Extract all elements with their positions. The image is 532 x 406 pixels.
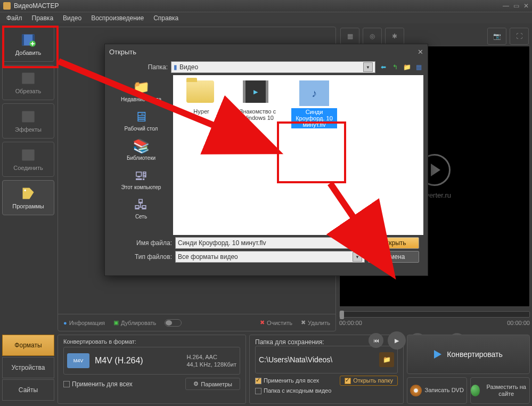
format-audio: 44,1 KHz, 128Кбит (186, 361, 236, 368)
dialog-cancel-button[interactable]: Отмена (368, 251, 419, 263)
sidebar-label: Программы (12, 203, 44, 209)
timeline-handle[interactable] (340, 311, 344, 319)
format-badge: M4V (67, 353, 89, 368)
sidebar-label: Эффекты (15, 126, 42, 133)
svg-rect-6 (22, 150, 34, 161)
nav-up-icon[interactable]: ↰ (390, 62, 400, 72)
browse-folder-button[interactable]: 📁 (379, 352, 394, 367)
folder-label: Папка: (109, 63, 168, 71)
preview-btn-2[interactable]: ◎ (363, 28, 382, 45)
menu-video[interactable]: Видео (59, 13, 86, 23)
files-area[interactable]: Hyper ▶ Знакомство с Windows 10 Синди Кр… (173, 75, 423, 235)
chevron-down-icon: ▼ (353, 252, 362, 262)
svg-rect-4 (22, 73, 34, 84)
svg-point-7 (24, 189, 26, 191)
format-codec: H.264, AAC (186, 353, 236, 361)
toggle-switch[interactable] (165, 319, 182, 327)
place-recent[interactable]: 📁Недавние места (111, 77, 171, 107)
place-libraries[interactable]: 📚Библиотеки (111, 136, 171, 165)
film-join-icon (21, 148, 36, 163)
place-computer[interactable]: 🖳Этот компьютер (111, 165, 171, 194)
sidebar-item-programs[interactable]: Программы (2, 180, 54, 215)
file-item-video[interactable]: ▶ Знакомство с Windows 10 (235, 80, 281, 121)
menu-playback[interactable]: Воспроизведение (87, 13, 148, 23)
svg-rect-1 (22, 35, 24, 46)
preview-btn-1[interactable]: ▦ (340, 28, 359, 45)
minimize-button[interactable]: — (503, 2, 509, 10)
format-box: Конвертировать в формат: M4V M4V (H.264)… (58, 335, 246, 404)
menu-edit[interactable]: Правка (28, 13, 58, 23)
arrow-icon (434, 350, 441, 359)
filename-label: Имя файла: (113, 239, 172, 247)
preview-btn-camera[interactable]: 📷 (487, 28, 506, 45)
video-file-icon (299, 80, 329, 106)
close-button[interactable]: ✕ (523, 2, 529, 10)
delete-button[interactable]: ✖Удалить (301, 319, 330, 326)
film-add-icon (21, 33, 36, 47)
tab-devices[interactable]: Устройства (2, 357, 54, 378)
chevron-down-icon: ▼ (363, 62, 373, 72)
info-button[interactable]: ●Информация (63, 320, 105, 326)
sidebar-label: Обрезать (15, 88, 42, 94)
burn-dvd-button[interactable]: Записать DVD (407, 377, 467, 404)
chevron-down-icon: ▼ (353, 238, 362, 248)
folder-header: Папка для сохранения: (255, 338, 398, 346)
duplicate-button[interactable]: ▣Дублировать (113, 319, 156, 326)
sidebar-item-add[interactable]: Добавить (2, 27, 54, 62)
content-toolbar: ●Информация ▣Дублировать ✖Очистить ✖Удал… (58, 314, 335, 331)
globe-icon (471, 385, 480, 396)
apply-all-checkbox[interactable]: Применить для всех (63, 380, 133, 388)
apply-all-folder-checkbox[interactable]: Применить для всех (255, 377, 319, 384)
place-desktop[interactable]: 🖥Рабочий стол (111, 107, 171, 136)
nav-newfolder-icon[interactable]: 📁 (402, 62, 412, 72)
format-selector[interactable]: M4V M4V (H.264) H.264, AAC 44,1 KHz, 128… (63, 347, 240, 375)
film-cut-icon (21, 71, 36, 86)
time-end: 00:00:00 (507, 320, 530, 326)
file-item-selected[interactable]: Синди Кроуфорд. 10 минут.flv (291, 80, 337, 128)
tab-formats[interactable]: Форматы (2, 335, 54, 356)
menu-file[interactable]: Файл (2, 13, 27, 23)
dialog-close-button[interactable]: ✕ (418, 48, 423, 56)
menubar: Файл Правка Видео Воспроизведение Справк… (0, 12, 532, 23)
disc-icon (410, 385, 422, 396)
timeline: 00:00:00 00:00:00 (339, 311, 530, 326)
preview-btn-3[interactable]: ✱ (385, 28, 404, 45)
publish-button[interactable]: Разместить на сайте (470, 377, 530, 404)
folder-box: Папка для сохранения: C:\Users\Nata\Vide… (249, 335, 404, 404)
convert-button[interactable]: Конвертировать (407, 335, 530, 374)
output-path: C:\Users\Nata\Videos\ (259, 355, 377, 364)
file-item-folder[interactable]: Hyper (178, 80, 224, 115)
sidebar-label: Добавить (15, 50, 42, 56)
timeline-bar[interactable] (339, 311, 530, 318)
menu-help[interactable]: Справка (149, 13, 183, 23)
filename-input[interactable]: Синди Кроуфорд. 10 минут.flv▼ (175, 237, 365, 249)
open-folder-button[interactable]: Открыть папку (340, 376, 398, 386)
preview-btn-fullscreen[interactable]: ⛶ (510, 28, 529, 45)
place-network[interactable]: 🖧Сеть (111, 194, 171, 224)
app-title: ВидеоМАСТЕР (14, 2, 503, 10)
filetype-select[interactable]: Все форматы видео▼ (175, 251, 365, 263)
sidebar-label: Соединить (13, 165, 43, 171)
params-button[interactable]: ⚙Параметры (185, 378, 240, 390)
sidebar-item-cut[interactable]: Обрезать (2, 65, 54, 100)
places-sidebar: 📁Недавние места 🖥Рабочий стол 📚Библиотек… (109, 75, 173, 235)
folder-dropdown[interactable]: ▮ Видео ▼ (171, 61, 375, 73)
sidebar-item-join[interactable]: Соединить (2, 142, 54, 177)
nav-view-icon[interactable]: ▦ (414, 62, 423, 72)
dialog-open-button[interactable]: Открыть (368, 237, 419, 249)
folder-icon: 📁 (383, 356, 391, 363)
time-start: 00:00:00 (339, 320, 362, 326)
nav-back-icon[interactable]: ⬅ (379, 62, 388, 72)
tag-icon (21, 186, 36, 201)
clear-button[interactable]: ✖Очистить (260, 319, 292, 326)
dialog-title: Открыть (109, 48, 136, 56)
gear-icon: ⚙ (193, 380, 199, 387)
titlebar: ВидеоМАСТЕР — ▭ ✕ (0, 0, 532, 12)
source-folder-checkbox[interactable]: Папка с исходным видео (255, 387, 331, 394)
format-header: Конвертировать в формат: (63, 338, 240, 345)
folder-icon: ▮ (174, 63, 177, 71)
tab-sites[interactable]: Сайты (2, 379, 54, 401)
format-name: M4V (H.264) (95, 356, 143, 366)
sidebar-item-effects[interactable]: Эффекты (2, 103, 54, 139)
maximize-button[interactable]: ▭ (513, 2, 519, 10)
